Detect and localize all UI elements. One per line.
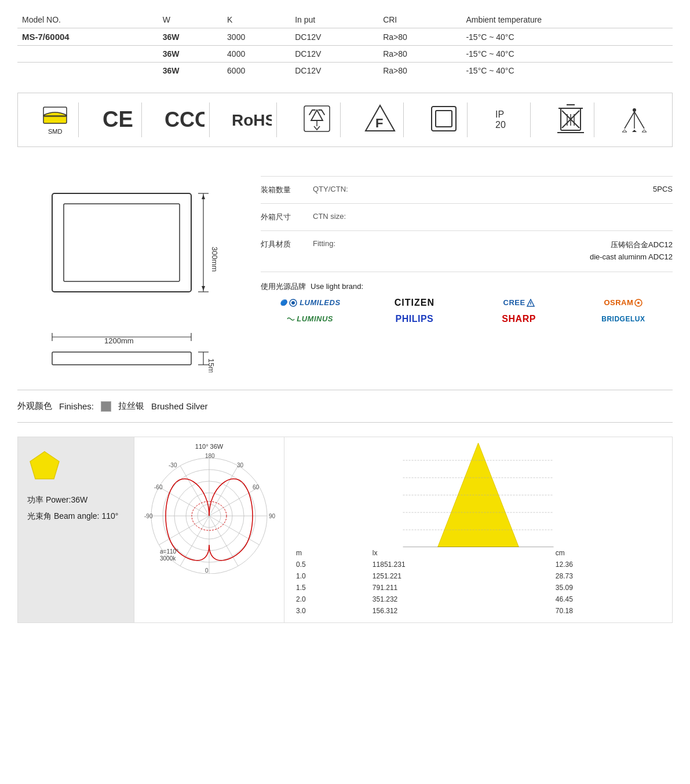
icon-flammable: F	[357, 102, 404, 137]
svg-text:CE: CE	[103, 107, 133, 130]
fitting-label-cn: 灯具材质	[261, 239, 307, 250]
fixture-diagram: 300mm	[29, 182, 226, 315]
input-cell: DC12V	[290, 63, 378, 79]
finish-value-cn: 拉丝银	[118, 401, 144, 412]
svg-text:F: F	[375, 116, 383, 130]
temp-cell: -15°C ~ 40°C	[461, 28, 673, 46]
watt-cell: 36W	[158, 46, 222, 63]
data-row: 2.0351.23246.45	[293, 594, 664, 605]
finish-label-en: Finishes:	[59, 401, 94, 411]
svg-marker-26	[632, 130, 637, 132]
input-cell: DC12V	[290, 46, 378, 63]
col-m: m	[293, 547, 369, 559]
diagram-area: 300mm 1200mm 15mm	[17, 170, 238, 372]
icon-ccc: CCC	[159, 102, 210, 137]
width-dimension: 1200mm	[29, 328, 226, 346]
power-label-row: 功率 Power:36W	[27, 495, 125, 505]
col-header-model: Model NO.	[17, 12, 158, 28]
model-cell-empty	[17, 46, 158, 63]
qty-label-cn: 装箱数量	[261, 185, 307, 195]
cri-cell: Ra>80	[378, 28, 461, 46]
polar-panel: 110° 36W	[134, 437, 284, 622]
polar-diagram: 180 90 -90 60 30 0 -60 -30 a=110° 3000k	[143, 452, 276, 574]
svg-line-66	[180, 516, 209, 566]
svg-line-62	[180, 466, 209, 516]
brand-sharp: SHARP	[470, 314, 568, 324]
cm-cell: 12.36	[552, 559, 664, 570]
ip20-icon: IP 20	[493, 106, 522, 131]
ccc-icon: CCC	[164, 107, 205, 130]
svg-point-22	[633, 108, 636, 112]
dist-cell: 0.5	[293, 559, 369, 570]
data-row: 1.5791.21135.09	[293, 582, 664, 594]
cri-cell: Ra>80	[378, 63, 461, 79]
lumileds-icon	[289, 299, 297, 307]
col-header-temp: Ambient temperature	[461, 12, 673, 28]
luminus-icon	[287, 316, 295, 322]
spec-row-fitting: 灯具材质 Fitting: 压铸铝合金ADC12 die-cast alumin…	[261, 231, 673, 272]
osram-icon	[634, 299, 642, 307]
svg-text:0: 0	[205, 567, 209, 574]
col-header-input: In put	[290, 12, 378, 28]
table-row: MS-7/6000436W3000DC12VRa>80-15°C ~ 40°C	[17, 28, 673, 46]
light-beam-chart	[293, 443, 664, 547]
ctn-label-cn: 外箱尺寸	[261, 212, 307, 222]
ce-icon: CE	[101, 107, 136, 130]
brands-grid: LUMILEDS CITIZEN CREE OSRAM	[261, 298, 673, 324]
icon-light-angles	[611, 102, 658, 137]
svg-line-68	[159, 516, 209, 545]
kelvin-cell: 4000	[222, 46, 290, 63]
data-row: 1.01251.22128.73	[293, 570, 664, 582]
svg-marker-28	[642, 130, 647, 132]
power-en: Power:36W	[46, 495, 87, 504]
data-panel: m lx cm 0.511851.23112.361.01251.22128.7…	[284, 437, 672, 622]
icon-ce: CE	[96, 102, 142, 137]
flammable-triangle-icon: F	[364, 103, 396, 135]
svg-text:3000k: 3000k	[160, 555, 176, 562]
spec-row-ctn: 外箱尺寸 CTN size:	[261, 204, 673, 231]
brand-philips: PHILIPS	[365, 314, 463, 324]
beam-data-table: m lx cm 0.511851.23112.361.01251.22128.7…	[293, 547, 664, 617]
svg-point-47	[291, 301, 295, 305]
temp-cell: -15°C ~ 40°C	[461, 63, 673, 79]
model-cell: MS-7/60004	[17, 28, 158, 46]
icon-crossed-bin	[548, 102, 594, 137]
icon-recycling	[294, 102, 341, 137]
brands-label-cn: 使用光源品牌	[261, 281, 306, 292]
bottom-section: 功率 Power:36W 光束角 Beam angle: 110° 110° 3…	[17, 437, 673, 623]
square-symbol-icon	[429, 104, 458, 133]
svg-line-61	[209, 466, 238, 516]
svg-text:-30: -30	[169, 462, 177, 468]
svg-point-51	[637, 302, 640, 304]
middle-section: 300mm 1200mm 15mm 装箱数量 Q	[17, 170, 673, 372]
col-header-k: K	[222, 12, 290, 28]
fitting-value: 压铸铝合金ADC12 die-cast aluminm ADC12	[388, 239, 673, 263]
dim-labels-bottom: 1200mm 15mm	[29, 328, 226, 372]
brand-luminus: LUMINUS	[261, 314, 359, 324]
cree-icon	[527, 299, 535, 307]
brand-bridgelux: BRIDGELUX	[574, 314, 673, 324]
col-cm: cm	[552, 547, 664, 559]
power-panel: 功率 Power:36W 光束角 Beam angle: 110°	[18, 437, 134, 622]
polar-title: 110° 36W	[195, 443, 223, 450]
kelvin-cell: 3000	[222, 28, 290, 46]
svg-rect-30	[64, 204, 180, 281]
svg-rect-41	[52, 352, 191, 365]
light-angles-icon	[619, 104, 651, 133]
svg-rect-10	[436, 111, 452, 127]
lux-cell: 791.211	[369, 582, 552, 594]
svg-text:-90: -90	[144, 513, 153, 519]
watt-cell: 36W	[158, 28, 222, 46]
power-cn: 功率	[27, 495, 43, 504]
dist-cell: 3.0	[293, 605, 369, 617]
angle-label-row: 光束角 Beam angle: 110°	[27, 511, 125, 522]
icon-ip20: IP 20	[484, 102, 531, 137]
lux-cell: 351.232	[369, 594, 552, 605]
dist-cell: 1.0	[293, 570, 369, 582]
fitting-label-en: Fitting:	[313, 239, 382, 248]
svg-marker-35	[202, 286, 205, 291]
cm-cell: 35.09	[552, 582, 664, 594]
cm-cell: 70.18	[552, 605, 664, 617]
svg-marker-27	[622, 130, 627, 132]
svg-line-63	[209, 487, 260, 516]
